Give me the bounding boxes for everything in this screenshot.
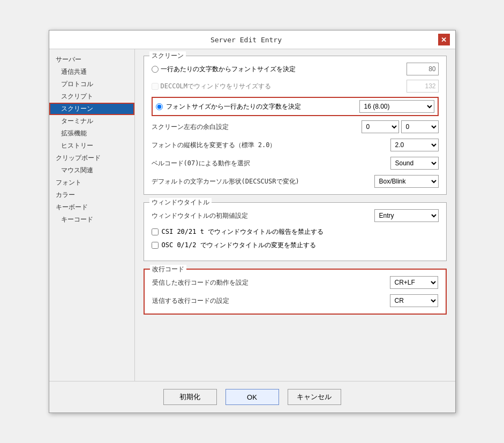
- sidebar-item-screen[interactable]: スクリーン: [49, 103, 134, 115]
- deccolm-checkbox: [152, 83, 159, 90]
- initial-title-control: EntryServer nameHost nameNone: [374, 209, 439, 222]
- radio2-label: フォントサイズから一行あたりの文字数を決定: [166, 102, 359, 111]
- csi-label: CSI 20/21 t でウィンドウタイトルの報告を禁止する: [162, 227, 324, 236]
- radio2-dropdown[interactable]: 16 (8.00) 80 (8.00) 132 (8.00): [359, 100, 434, 113]
- ratio-label: フォントの縦横比を変更する（標準 2.0）: [152, 141, 390, 150]
- deccolm-value: [407, 80, 439, 93]
- send-newline-control: CRLFCR+LF: [390, 294, 438, 307]
- window-title-section-label: ウィンドウタイトル: [149, 198, 212, 207]
- radio1-value: [407, 63, 439, 75]
- sidebar-item-keycode[interactable]: キーコード: [49, 213, 134, 226]
- osc-checkbox-row: OSC 0/1/2 でウィンドウタイトルの変更を禁止する: [152, 241, 439, 250]
- radio1-label: 一行あたりの文字数からフォントサイズを決定: [161, 65, 407, 74]
- sidebar-item-extension[interactable]: 拡張機能: [49, 127, 134, 140]
- radio1-input[interactable]: [152, 66, 159, 73]
- sidebar-item-mouse[interactable]: マウス関連: [49, 164, 134, 177]
- initial-title-row: ウィンドウタイトルの初期値設定 EntryServer nameHost nam…: [152, 209, 439, 222]
- recv-newline-select[interactable]: CR+LFCRLFNone: [390, 276, 438, 289]
- radio1-row: 一行あたりの文字数からフォントサイズを決定: [152, 63, 439, 75]
- margin-controls: 01248 01248: [362, 120, 439, 133]
- bell-control: SoundVisualNone: [390, 157, 439, 170]
- ratio-select[interactable]: 1.01.52.02.53.0: [390, 139, 439, 151]
- send-newline-select[interactable]: CRLFCR+LF: [390, 294, 438, 307]
- cursor-row: デフォルトの文字カーソル形状(DECSCUSRで変化) Box/BlinkBox…: [152, 175, 439, 188]
- screen-section: スクリーン 一行あたりの文字数からフォントサイズを決定 DECCOLMでウィンド…: [144, 56, 447, 195]
- window-title-section: ウィンドウタイトル ウィンドウタイトルの初期値設定 EntryServer na…: [144, 202, 447, 261]
- sidebar-item-keyboard[interactable]: キーボード: [49, 201, 134, 213]
- newline-section: 改行コード 受信した改行コードの動作を設定 CR+LFCRLFNone 送信する…: [144, 269, 447, 315]
- send-newline-row: 送信する改行コードの設定 CRLFCR+LF: [152, 294, 438, 307]
- screen-section-label: スクリーン: [149, 51, 186, 60]
- main-content: スクリーン 一行あたりの文字数からフォントサイズを決定 DECCOLMでウィンド…: [135, 49, 455, 381]
- bell-row: ベルコード(07)による動作を選択 SoundVisualNone: [152, 157, 439, 170]
- bell-select[interactable]: SoundVisualNone: [390, 157, 439, 170]
- bell-label: ベルコード(07)による動作を選択: [152, 159, 390, 168]
- reset-button[interactable]: 初期化: [163, 389, 217, 405]
- sidebar-item-server[interactable]: サーバー: [49, 54, 134, 66]
- dialog: Server Edit Entry ✕ サーバー通信共通プロトコルスクリプトスク…: [49, 30, 456, 413]
- recv-newline-row: 受信した改行コードの動作を設定 CR+LFCRLFNone: [152, 276, 438, 289]
- sidebar-item-clipboard[interactable]: クリップボード: [49, 152, 134, 164]
- margin-row: スクリーン左右の余白設定 01248 01248: [152, 120, 439, 133]
- sidebar-item-font[interactable]: フォント: [49, 177, 134, 189]
- radio2-row: フォントサイズから一行あたりの文字数を決定 16 (8.00) 80 (8.00…: [152, 97, 439, 116]
- ratio-row: フォントの縦横比を変更する（標準 2.0） 1.01.52.02.53.0: [152, 139, 439, 151]
- sidebar-item-script[interactable]: スクリプト: [49, 90, 134, 103]
- ratio-control: 1.01.52.02.53.0: [390, 139, 439, 151]
- sidebar: サーバー通信共通プロトコルスクリプトスクリーンターミナル拡張機能ヒストリークリッ…: [49, 49, 135, 381]
- initial-title-label: ウィンドウタイトルの初期値設定: [152, 211, 374, 220]
- sidebar-item-communication[interactable]: 通信共通: [49, 66, 134, 78]
- cursor-control: Box/BlinkBox/SteadyUnderline/BlinkUnderl…: [374, 175, 439, 188]
- close-button[interactable]: ✕: [438, 34, 450, 45]
- newline-section-label: 改行コード: [150, 265, 186, 274]
- title-bar: Server Edit Entry ✕: [49, 30, 455, 49]
- radio2-input[interactable]: [156, 103, 163, 110]
- margin-label: スクリーン左右の余白設定: [152, 123, 362, 132]
- sidebar-item-protocol[interactable]: プロトコル: [49, 78, 134, 90]
- recv-newline-control: CR+LFCRLFNone: [390, 276, 438, 289]
- initial-title-select[interactable]: EntryServer nameHost nameNone: [374, 209, 439, 222]
- dialog-body: サーバー通信共通プロトコルスクリプトスクリーンターミナル拡張機能ヒストリークリッ…: [49, 49, 455, 381]
- recv-newline-label: 受信した改行コードの動作を設定: [152, 278, 390, 287]
- dialog-title: Server Edit Entry: [55, 36, 438, 44]
- cursor-label: デフォルトの文字カーソル形状(DECSCUSRで変化): [152, 177, 374, 186]
- cursor-select[interactable]: Box/BlinkBox/SteadyUnderline/BlinkUnderl…: [374, 175, 439, 188]
- send-newline-label: 送信する改行コードの設定: [152, 296, 390, 305]
- deccolm-row: DECCOLMでウィンドウをリサイズする: [152, 80, 439, 93]
- deccolm-label: DECCOLMでウィンドウをリサイズする: [161, 82, 407, 91]
- sidebar-item-color[interactable]: カラー: [49, 189, 134, 201]
- footer: 初期化 OK キャンセル: [49, 381, 455, 413]
- margin-right-select[interactable]: 01248: [401, 120, 439, 133]
- margin-left-select[interactable]: 01248: [362, 120, 399, 133]
- cancel-button[interactable]: キャンセル: [288, 389, 341, 405]
- csi-checkbox-row: CSI 20/21 t でウィンドウタイトルの報告を禁止する: [152, 227, 439, 236]
- ok-button[interactable]: OK: [225, 389, 279, 405]
- osc-checkbox[interactable]: [152, 242, 159, 249]
- osc-label: OSC 0/1/2 でウィンドウタイトルの変更を禁止する: [162, 241, 316, 250]
- sidebar-item-history[interactable]: ヒストリー: [49, 140, 134, 152]
- sidebar-item-terminal[interactable]: ターミナル: [49, 115, 134, 127]
- csi-checkbox[interactable]: [152, 228, 159, 235]
